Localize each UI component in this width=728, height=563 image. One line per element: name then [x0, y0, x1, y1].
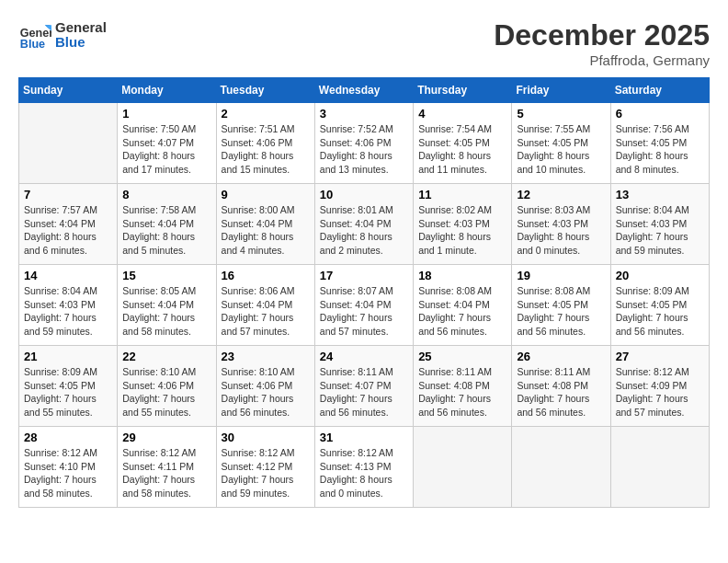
day-number: 9	[222, 188, 310, 201]
day-number: 20	[616, 269, 704, 282]
day-number: 18	[418, 269, 506, 282]
calendar-cell: 24Sunrise: 8:11 AM Sunset: 4:07 PM Dayli…	[314, 346, 413, 427]
day-number: 22	[122, 350, 210, 363]
day-info: Sunrise: 7:54 AM Sunset: 4:05 PM Dayligh…	[418, 122, 506, 177]
day-info: Sunrise: 8:04 AM Sunset: 4:03 PM Dayligh…	[616, 203, 704, 258]
calendar-table: SundayMondayTuesdayWednesdayThursdayFrid…	[18, 77, 710, 508]
col-header-friday: Friday	[512, 78, 610, 103]
day-info: Sunrise: 8:00 AM Sunset: 4:04 PM Dayligh…	[222, 203, 310, 258]
calendar-cell: 26Sunrise: 8:11 AM Sunset: 4:08 PM Dayli…	[512, 346, 610, 427]
day-info: Sunrise: 7:56 AM Sunset: 4:05 PM Dayligh…	[616, 122, 704, 177]
day-number: 21	[24, 350, 112, 363]
day-info: Sunrise: 8:06 AM Sunset: 4:04 PM Dayligh…	[222, 284, 310, 339]
calendar-cell: 8Sunrise: 7:58 AM Sunset: 4:04 PM Daylig…	[118, 184, 216, 265]
day-number: 28	[24, 431, 112, 444]
calendar-cell: 30Sunrise: 8:12 AM Sunset: 4:12 PM Dayli…	[216, 427, 314, 508]
calendar-cell: 1Sunrise: 7:50 AM Sunset: 4:07 PM Daylig…	[118, 103, 216, 184]
calendar-cell: 12Sunrise: 8:03 AM Sunset: 4:03 PM Dayli…	[512, 184, 610, 265]
day-info: Sunrise: 8:12 AM Sunset: 4:12 PM Dayligh…	[222, 446, 310, 500]
calendar-cell: 13Sunrise: 8:04 AM Sunset: 4:03 PM Dayli…	[610, 184, 709, 265]
day-info: Sunrise: 8:11 AM Sunset: 4:08 PM Dayligh…	[517, 365, 605, 419]
calendar-cell: 16Sunrise: 8:06 AM Sunset: 4:04 PM Dayli…	[216, 265, 314, 346]
day-info: Sunrise: 8:04 AM Sunset: 4:03 PM Dayligh…	[24, 284, 112, 339]
calendar-cell: 22Sunrise: 8:10 AM Sunset: 4:06 PM Dayli…	[118, 346, 216, 427]
day-number: 23	[222, 350, 310, 363]
day-info: Sunrise: 8:12 AM Sunset: 4:09 PM Dayligh…	[616, 365, 704, 419]
calendar-cell	[19, 103, 118, 184]
day-info: Sunrise: 8:12 AM Sunset: 4:10 PM Dayligh…	[24, 446, 112, 500]
calendar-cell: 6Sunrise: 7:56 AM Sunset: 4:05 PM Daylig…	[610, 103, 709, 184]
calendar-cell	[414, 427, 512, 508]
calendar-header-row: SundayMondayTuesdayWednesdayThursdayFrid…	[19, 78, 710, 103]
logo: General Blue General Blue	[18, 18, 107, 52]
day-number: 19	[517, 269, 605, 282]
calendar-cell: 15Sunrise: 8:05 AM Sunset: 4:04 PM Dayli…	[118, 265, 216, 346]
day-number: 17	[320, 269, 408, 282]
day-number: 30	[222, 431, 310, 444]
day-number: 6	[616, 107, 704, 121]
calendar-cell: 29Sunrise: 8:12 AM Sunset: 4:11 PM Dayli…	[118, 427, 216, 508]
calendar-week-5: 28Sunrise: 8:12 AM Sunset: 4:10 PM Dayli…	[19, 427, 710, 508]
calendar-week-4: 21Sunrise: 8:09 AM Sunset: 4:05 PM Dayli…	[19, 346, 710, 427]
calendar-cell: 14Sunrise: 8:04 AM Sunset: 4:03 PM Dayli…	[19, 265, 118, 346]
day-info: Sunrise: 7:57 AM Sunset: 4:04 PM Dayligh…	[24, 203, 112, 258]
day-info: Sunrise: 8:12 AM Sunset: 4:13 PM Dayligh…	[320, 446, 408, 500]
calendar-cell: 4Sunrise: 7:54 AM Sunset: 4:05 PM Daylig…	[414, 103, 512, 184]
day-info: Sunrise: 7:50 AM Sunset: 4:07 PM Dayligh…	[122, 122, 210, 177]
day-number: 14	[24, 269, 112, 282]
day-number: 2	[222, 107, 310, 121]
col-header-tuesday: Tuesday	[216, 78, 314, 103]
calendar-week-1: 1Sunrise: 7:50 AM Sunset: 4:07 PM Daylig…	[19, 103, 710, 184]
day-info: Sunrise: 8:08 AM Sunset: 4:04 PM Dayligh…	[418, 284, 506, 339]
day-info: Sunrise: 7:58 AM Sunset: 4:04 PM Dayligh…	[122, 203, 210, 258]
calendar-cell: 5Sunrise: 7:55 AM Sunset: 4:05 PM Daylig…	[512, 103, 610, 184]
day-number: 16	[222, 269, 310, 282]
calendar-cell: 17Sunrise: 8:07 AM Sunset: 4:04 PM Dayli…	[314, 265, 413, 346]
day-info: Sunrise: 8:07 AM Sunset: 4:04 PM Dayligh…	[320, 284, 408, 339]
day-number: 26	[517, 350, 605, 363]
day-info: Sunrise: 8:11 AM Sunset: 4:07 PM Dayligh…	[320, 365, 408, 419]
page-header: General Blue General Blue December 2025 …	[18, 18, 710, 68]
day-info: Sunrise: 8:10 AM Sunset: 4:06 PM Dayligh…	[122, 365, 210, 419]
title-block: December 2025 Pfaffroda, Germany	[494, 18, 710, 68]
calendar-week-2: 7Sunrise: 7:57 AM Sunset: 4:04 PM Daylig…	[19, 184, 710, 265]
day-info: Sunrise: 7:51 AM Sunset: 4:06 PM Dayligh…	[222, 122, 310, 177]
day-info: Sunrise: 8:03 AM Sunset: 4:03 PM Dayligh…	[517, 203, 605, 258]
calendar-cell: 7Sunrise: 7:57 AM Sunset: 4:04 PM Daylig…	[19, 184, 118, 265]
day-info: Sunrise: 8:12 AM Sunset: 4:11 PM Dayligh…	[122, 446, 210, 500]
logo-text: General Blue	[55, 20, 107, 51]
day-info: Sunrise: 8:11 AM Sunset: 4:08 PM Dayligh…	[418, 365, 506, 419]
col-header-sunday: Sunday	[19, 78, 118, 103]
day-number: 5	[517, 107, 605, 121]
day-info: Sunrise: 8:05 AM Sunset: 4:04 PM Dayligh…	[122, 284, 210, 339]
calendar-cell: 21Sunrise: 8:09 AM Sunset: 4:05 PM Dayli…	[19, 346, 118, 427]
calendar-cell: 9Sunrise: 8:00 AM Sunset: 4:04 PM Daylig…	[216, 184, 314, 265]
calendar-cell	[512, 427, 610, 508]
calendar-cell: 11Sunrise: 8:02 AM Sunset: 4:03 PM Dayli…	[414, 184, 512, 265]
day-info: Sunrise: 8:10 AM Sunset: 4:06 PM Dayligh…	[222, 365, 310, 419]
day-info: Sunrise: 8:01 AM Sunset: 4:04 PM Dayligh…	[320, 203, 408, 258]
day-info: Sunrise: 8:08 AM Sunset: 4:05 PM Dayligh…	[517, 284, 605, 339]
day-number: 31	[320, 431, 408, 444]
col-header-wednesday: Wednesday	[314, 78, 413, 103]
day-number: 8	[122, 188, 210, 201]
calendar-cell: 23Sunrise: 8:10 AM Sunset: 4:06 PM Dayli…	[216, 346, 314, 427]
calendar-cell: 18Sunrise: 8:08 AM Sunset: 4:04 PM Dayli…	[414, 265, 512, 346]
calendar-cell: 10Sunrise: 8:01 AM Sunset: 4:04 PM Dayli…	[314, 184, 413, 265]
day-number: 1	[122, 107, 210, 121]
calendar-cell: 25Sunrise: 8:11 AM Sunset: 4:08 PM Dayli…	[414, 346, 512, 427]
logo-icon: General Blue	[18, 18, 51, 52]
month-title: December 2025	[494, 18, 710, 52]
calendar-cell: 20Sunrise: 8:09 AM Sunset: 4:05 PM Dayli…	[610, 265, 709, 346]
day-info: Sunrise: 8:02 AM Sunset: 4:03 PM Dayligh…	[418, 203, 506, 258]
calendar-week-3: 14Sunrise: 8:04 AM Sunset: 4:03 PM Dayli…	[19, 265, 710, 346]
calendar-cell: 3Sunrise: 7:52 AM Sunset: 4:06 PM Daylig…	[314, 103, 413, 184]
day-number: 11	[418, 188, 506, 201]
col-header-saturday: Saturday	[610, 78, 709, 103]
calendar-cell: 27Sunrise: 8:12 AM Sunset: 4:09 PM Dayli…	[610, 346, 709, 427]
svg-text:Blue: Blue	[20, 38, 45, 51]
day-info: Sunrise: 8:09 AM Sunset: 4:05 PM Dayligh…	[616, 284, 704, 339]
day-number: 15	[122, 269, 210, 282]
day-info: Sunrise: 8:09 AM Sunset: 4:05 PM Dayligh…	[24, 365, 112, 419]
calendar-cell: 28Sunrise: 8:12 AM Sunset: 4:10 PM Dayli…	[19, 427, 118, 508]
